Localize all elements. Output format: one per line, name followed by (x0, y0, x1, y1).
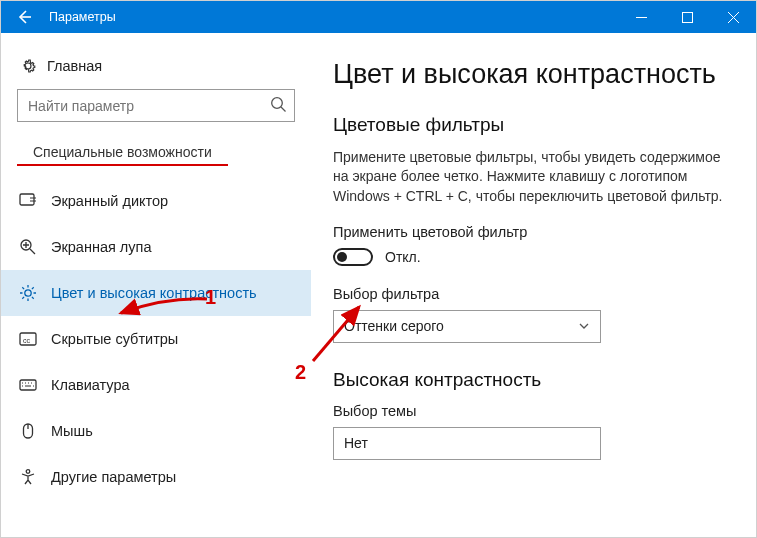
arrow-left-icon (16, 9, 32, 25)
sidebar-item-label: Экранная лупа (39, 239, 151, 255)
close-button[interactable] (710, 1, 756, 33)
sidebar-item-magnifier[interactable]: Экранная лупа (1, 224, 311, 270)
sidebar-item-other[interactable]: Другие параметры (1, 454, 311, 500)
brightness-icon (17, 284, 39, 302)
search-input[interactable] (17, 89, 295, 122)
search-icon (270, 96, 287, 113)
svg-point-4 (25, 290, 31, 296)
svg-text:cc: cc (23, 337, 31, 344)
filter-choice-dropdown[interactable]: Оттенки серого (333, 310, 601, 343)
close-icon (728, 12, 739, 23)
color-filters-description: Примените цветовые фильтры, чтобы увидет… (333, 148, 734, 206)
accessibility-icon (17, 468, 39, 486)
filter-choice-value: Оттенки серого (344, 318, 444, 334)
back-button[interactable] (1, 1, 47, 33)
theme-choice-dropdown[interactable]: Нет (333, 427, 601, 460)
window-title: Параметры (47, 10, 618, 24)
main-panel: Цвет и высокая контрастность Цветовые фи… (311, 33, 756, 537)
sidebar: Главная Специальные возможности Экранный… (1, 33, 311, 537)
filter-choice-label: Выбор фильтра (333, 286, 734, 302)
sidebar-item-captions[interactable]: cc Скрытые субтитры (1, 316, 311, 362)
sidebar-item-label: Другие параметры (39, 469, 176, 485)
mouse-icon (17, 422, 39, 440)
apply-filter-label: Применить цветовой фильтр (333, 224, 734, 240)
home-label: Главная (39, 58, 102, 74)
sidebar-item-narrator[interactable]: Экранный диктор (1, 178, 311, 224)
chevron-down-icon (578, 320, 590, 332)
sidebar-item-label: Цвет и высокая контрастность (39, 285, 257, 301)
sidebar-item-color-contrast[interactable]: Цвет и высокая контрастность (1, 270, 311, 316)
section-high-contrast-heading: Высокая контрастность (333, 369, 734, 391)
apply-filter-toggle[interactable] (333, 248, 373, 266)
svg-point-9 (26, 470, 30, 474)
sidebar-item-keyboard[interactable]: Клавиатура (1, 362, 311, 408)
maximize-button[interactable] (664, 1, 710, 33)
gear-icon (17, 57, 39, 75)
sidebar-item-label: Экранный диктор (39, 193, 168, 209)
settings-window: Параметры Главная (0, 0, 757, 538)
theme-choice-label: Выбор темы (333, 403, 734, 419)
magnifier-icon (17, 238, 39, 256)
page-title: Цвет и высокая контрастность (333, 59, 734, 90)
theme-choice-value: Нет (344, 435, 368, 451)
svg-rect-0 (682, 12, 692, 22)
minimize-button[interactable] (618, 1, 664, 33)
sidebar-section-header: Специальные возможности (17, 140, 228, 166)
keyboard-icon (17, 376, 39, 394)
content-area: Главная Специальные возможности Экранный… (1, 33, 756, 537)
sidebar-item-label: Клавиатура (39, 377, 130, 393)
maximize-icon (682, 12, 693, 23)
captions-icon: cc (17, 330, 39, 348)
home-button[interactable]: Главная (1, 51, 311, 89)
svg-rect-7 (20, 380, 36, 390)
svg-rect-2 (20, 194, 34, 205)
minimize-icon (636, 12, 647, 23)
toggle-state-text: Откл. (385, 249, 421, 265)
section-color-filters-heading: Цветовые фильтры (333, 114, 734, 136)
svg-point-1 (272, 98, 283, 109)
sidebar-item-label: Мышь (39, 423, 93, 439)
narrator-icon (17, 192, 39, 210)
sidebar-item-mouse[interactable]: Мышь (1, 408, 311, 454)
search-box (17, 89, 295, 122)
apply-filter-toggle-row: Откл. (333, 248, 734, 266)
toggle-knob (337, 252, 347, 262)
titlebar: Параметры (1, 1, 756, 33)
sidebar-item-label: Скрытые субтитры (39, 331, 178, 347)
